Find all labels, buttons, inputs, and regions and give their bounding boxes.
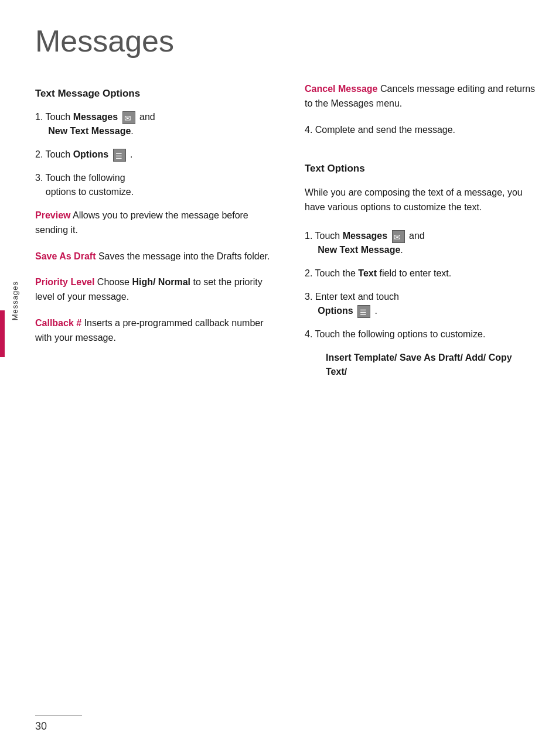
bold-new-text-message-r: New Text Message — [318, 245, 400, 255]
list-item-complete: 4. Complete and send the message. — [305, 123, 536, 137]
bold-final-options: Insert Template/ Save As Draft/ Add/ Cop… — [326, 353, 512, 377]
list-item: 3. Enter text and touch Options . — [305, 290, 536, 318]
term-cancel-message: Cancel Message — [305, 84, 378, 94]
bold-options: Options — [73, 149, 108, 159]
step-number: 2. Touch — [35, 149, 73, 159]
list-item: 1. Touch Messages and New Text Message. — [35, 110, 281, 138]
envelope-icon — [122, 111, 135, 124]
options-icon — [113, 149, 126, 162]
content-columns: Text Message Options 1. Touch Messages a… — [35, 82, 536, 388]
list-item: 4. Touch the following options to custom… — [305, 327, 536, 341]
bold-messages: Messages — [73, 112, 118, 122]
definition-callback: Callback # Inserts a pre-programmed call… — [35, 316, 281, 345]
bold-new-text-message: New Text Message — [48, 126, 131, 136]
page-footer: 30 — [35, 715, 82, 733]
section-heading-text-options: Text Options — [305, 163, 536, 175]
list-item: 3. Touch the following options to custom… — [35, 171, 281, 199]
envelope-icon-r — [392, 230, 405, 243]
bold-options-r: Options — [318, 306, 353, 316]
sidebar-label: Messages — [11, 281, 19, 320]
bold-messages-r: Messages — [343, 231, 388, 241]
step-number: 1. Touch — [35, 112, 73, 122]
left-column: Text Message Options 1. Touch Messages a… — [35, 82, 281, 388]
term-callback: Callback # — [35, 318, 81, 328]
term-preview: Preview — [35, 210, 70, 220]
list-item: 2. Touch the Text field to enter text. — [305, 266, 536, 280]
list-item: 2. Touch Options . — [35, 148, 281, 162]
page-number: 30 — [35, 720, 47, 732]
term-save-as-draft: Save As Draft — [35, 251, 96, 261]
term-priority-level: Priority Level — [35, 277, 94, 287]
right-column: Cancel Message Cancels message editing a… — [281, 82, 536, 388]
section-heading-text-message-options: Text Message Options — [35, 88, 281, 100]
final-options: Insert Template/ Save As Draft/ Add/ Cop… — [326, 351, 536, 379]
bold-text-field: Text — [358, 268, 377, 278]
red-accent-bar — [0, 310, 5, 357]
options-icon-r — [357, 305, 370, 318]
definition-priority-level: Priority Level Choose High/ Normal to se… — [35, 275, 281, 305]
definition-preview: Preview Allows you to preview the messag… — [35, 208, 281, 238]
text-options-intro: While you are composing the text of a me… — [305, 185, 536, 215]
list-item: 1. Touch Messages and New Text Message. — [305, 229, 536, 257]
definition-cancel-message: Cancel Message Cancels message editing a… — [305, 82, 536, 111]
bold-high-normal: High/ Normal — [132, 277, 190, 287]
page-title: Messages — [35, 23, 559, 59]
page-container: Messages Messages Text Message Options 1… — [0, 0, 559, 756]
definition-save-as-draft: Save As Draft Saves the message into the… — [35, 249, 281, 264]
